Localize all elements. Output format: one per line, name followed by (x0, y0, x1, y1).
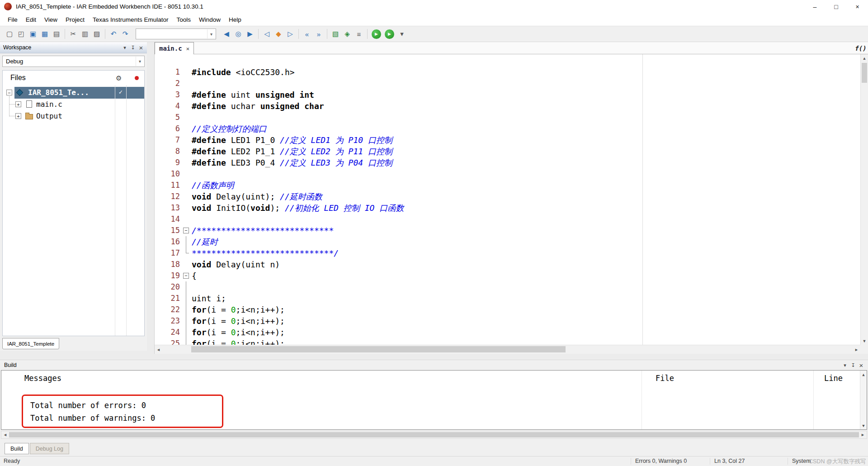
scroll-up-icon[interactable]: ▲ (861, 54, 868, 62)
batch-build-icon[interactable]: ≡ (353, 28, 365, 40)
scroll-left-icon[interactable]: ◄ (155, 345, 162, 354)
next-bookmark-icon[interactable]: ▷ (284, 28, 296, 40)
menu-file[interactable]: File (4, 14, 22, 25)
tree-item-iar-8051-te[interactable]: −IAR_8051_Te...✓ (3, 87, 144, 99)
compile-icon[interactable]: ▧ (330, 28, 341, 40)
configuration-combobox[interactable]: Debug ▾ (2, 56, 145, 67)
menu-texas-instruments-emulator[interactable]: Texas Instruments Emulator (89, 14, 172, 25)
menu-help[interactable]: Help (225, 14, 245, 25)
tab-build[interactable]: Build (5, 443, 29, 454)
next-function-icon[interactable]: » (313, 28, 325, 40)
tree-item-main-c[interactable]: +main.c (3, 99, 144, 110)
close-icon[interactable]: × (857, 361, 865, 369)
code-line[interactable]: 1#include <ioCC2530.h> (155, 67, 860, 78)
cut-icon[interactable]: ✂ (67, 28, 79, 40)
editor-vertical-scrollbar[interactable]: ▲ ▼ (860, 54, 868, 345)
menu-window[interactable]: Window (195, 14, 225, 25)
code-line[interactable]: 4#define uchar unsigned char (155, 100, 860, 112)
debug-without-downloading-icon[interactable]: ▶ (385, 29, 394, 39)
code-line[interactable]: 15−/**************************** (155, 225, 860, 236)
minimize-button[interactable]: – (804, 0, 826, 13)
scroll-right-icon[interactable]: ► (859, 431, 867, 438)
fold-collapse-icon[interactable]: − (183, 273, 189, 279)
gear-icon[interactable]: ⚙ (116, 74, 122, 82)
scroll-down-icon[interactable]: ▼ (860, 422, 867, 429)
close-icon[interactable]: × (137, 43, 145, 52)
scrollbar-thumb[interactable] (191, 346, 566, 352)
build-horizontal-scrollbar[interactable]: ◄ ► (1, 431, 867, 439)
code-line[interactable]: 7#define LED1 P1_0 //定义 LED1 为 P10 口控制 (155, 134, 860, 146)
pin-icon[interactable]: ↧ (129, 43, 137, 52)
code-line[interactable]: 19−{ (155, 270, 860, 281)
tree-expander-icon[interactable]: + (15, 101, 21, 107)
tree-expander-icon[interactable]: + (15, 113, 21, 119)
code-line[interactable]: 25for(i = 0;i<n;i++); (155, 338, 860, 345)
code-line[interactable]: 2 (155, 78, 860, 89)
code-line[interactable]: 11//函数声明 (155, 180, 860, 191)
tree-expander-icon[interactable]: − (6, 90, 12, 95)
code-line[interactable]: 10 (155, 168, 860, 180)
code-line[interactable]: 5 (155, 112, 860, 123)
menu-project[interactable]: Project (61, 14, 89, 25)
save-all-icon[interactable]: ▦ (39, 28, 51, 40)
toolbar-overflow-icon[interactable]: ▾ (396, 28, 408, 40)
tab-debug-log[interactable]: Debug Log (30, 443, 69, 454)
scrollbar-thumb[interactable] (862, 63, 867, 83)
nav-forward-icon[interactable]: ▶ (244, 28, 256, 40)
paste-icon[interactable]: ▨ (91, 28, 103, 40)
code-line[interactable]: 6//定义控制灯的端口 (155, 123, 860, 134)
code-line[interactable]: 24for(i = 0;i<n;i++); (155, 327, 860, 338)
code-line[interactable]: 17*****************************/ (155, 247, 860, 259)
editor-pane-divider[interactable] (642, 54, 643, 345)
scrollbar-thumb[interactable] (9, 432, 859, 437)
code-line[interactable]: 13void InitIO(void); //初始化 LED 控制 IO 口函数 (155, 202, 860, 214)
open-file-icon[interactable]: ◰ (15, 28, 27, 40)
toolbar-search-combobox[interactable]: ▾ (136, 29, 216, 39)
download-and-debug-icon[interactable]: ▶ (372, 29, 381, 39)
menu-edit[interactable]: Edit (22, 14, 40, 25)
workspace-bottom-tab[interactable]: IAR_8051_Templete (2, 338, 59, 349)
tab-main-c[interactable]: main.c × (155, 42, 194, 54)
scroll-right-icon[interactable]: ► (853, 345, 860, 354)
chevron-down-icon[interactable]: ▾ (841, 361, 849, 369)
chevron-down-icon[interactable]: ▾ (207, 29, 215, 38)
code-line[interactable]: 22for(i = 0;i<n;i++); (155, 304, 860, 315)
build-vertical-scrollbar[interactable]: ▲ ▼ (860, 371, 867, 429)
chevron-down-icon[interactable]: ▾ (121, 43, 129, 52)
new-file-icon[interactable]: ▢ (4, 28, 15, 40)
prev-function-icon[interactable]: « (301, 28, 313, 40)
scroll-down-icon[interactable]: ▼ (861, 337, 868, 345)
tree-item-output[interactable]: +Output (3, 110, 144, 122)
copy-icon[interactable]: ▥ (79, 28, 91, 40)
chevron-down-icon[interactable]: ▾ (136, 57, 144, 66)
close-button[interactable]: × (847, 0, 868, 13)
code-editor[interactable]: 1#include <ioCC2530.h>23#define uint uns… (155, 54, 860, 345)
prev-bookmark-icon[interactable]: ◁ (261, 28, 273, 40)
undo-icon[interactable]: ↶ (108, 28, 119, 40)
fold-collapse-icon[interactable]: − (183, 228, 189, 233)
code-line[interactable]: 14 (155, 214, 860, 225)
pin-icon[interactable]: ↧ (849, 361, 857, 369)
redo-icon[interactable]: ↷ (119, 28, 131, 40)
find-icon[interactable]: ◎ (232, 28, 244, 40)
code-line[interactable]: 3#define uint unsigned int (155, 89, 860, 100)
code-line[interactable]: 23for(i = 0;i<n;i++); (155, 315, 860, 327)
code-line[interactable]: 9#define LED3 P0_4 //定义 LED3 为 P04 口控制 (155, 157, 860, 168)
save-icon[interactable]: ▣ (27, 28, 39, 40)
code-line[interactable]: 12void Delay(uint); //延时函数 (155, 191, 860, 202)
code-line[interactable]: 21uint i; (155, 293, 860, 304)
make-icon[interactable]: ◈ (341, 28, 353, 40)
maximize-button[interactable]: □ (826, 0, 847, 13)
print-icon[interactable]: ▤ (51, 28, 62, 40)
scroll-left-icon[interactable]: ◄ (1, 431, 9, 438)
code-line[interactable]: 16//延时 (155, 236, 860, 247)
scroll-up-icon[interactable]: ▲ (860, 371, 867, 378)
function-list-icon[interactable]: f() (855, 43, 867, 54)
menu-tools[interactable]: Tools (172, 14, 195, 25)
nav-back-icon[interactable]: ◀ (221, 28, 232, 40)
code-line[interactable]: 18void Delay(uint n) (155, 259, 860, 270)
code-line[interactable]: 20 (155, 281, 860, 293)
editor-horizontal-scrollbar[interactable]: ◄ ► (155, 345, 860, 354)
toggle-bookmark-icon[interactable]: ◆ (273, 28, 284, 40)
code-line[interactable]: 8#define LED2 P1_1 //定义 LED2 为 P11 口控制 (155, 146, 860, 157)
